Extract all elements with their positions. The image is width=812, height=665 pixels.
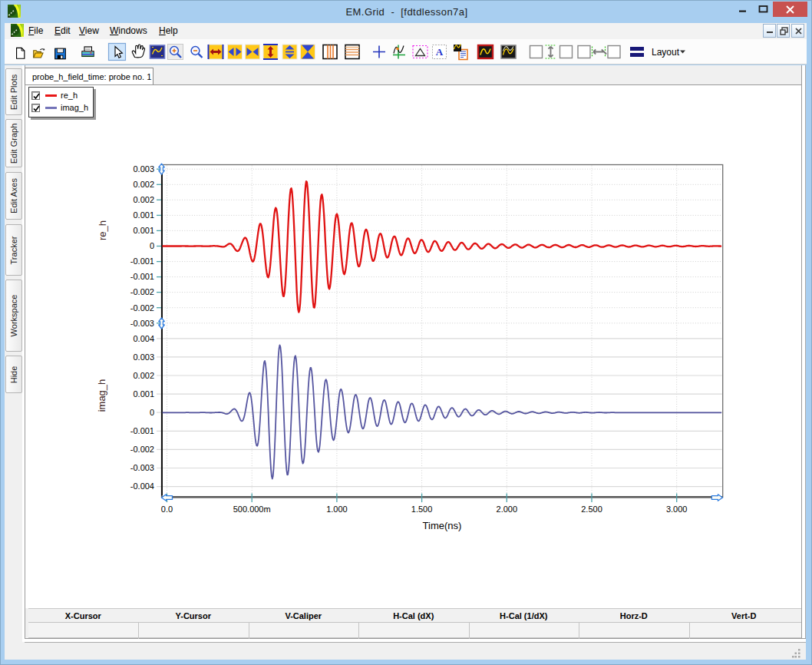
svg-text:0: 0 xyxy=(150,241,154,250)
svg-text:0.001: 0.001 xyxy=(133,210,154,220)
svg-text:-0.003: -0.003 xyxy=(130,463,154,472)
svg-text:0.003: 0.003 xyxy=(133,164,154,174)
svg-text:2.000: 2.000 xyxy=(497,505,518,514)
svg-text:-0.001: -0.001 xyxy=(130,272,154,281)
svg-text:0.001: 0.001 xyxy=(133,389,154,399)
svg-text:0.002: 0.002 xyxy=(133,371,154,380)
svg-text:-0.003: -0.003 xyxy=(130,319,154,328)
svg-text:500.000m: 500.000m xyxy=(233,505,271,514)
svg-text:2.500: 2.500 xyxy=(581,505,602,514)
svg-text:imag_h: imag_h xyxy=(96,379,107,412)
svg-text:3.000: 3.000 xyxy=(666,505,688,514)
svg-text:A: A xyxy=(436,46,444,58)
svg-text:-0.001: -0.001 xyxy=(130,256,154,266)
svg-text:-0.002: -0.002 xyxy=(130,445,154,454)
svg-text:0.004: 0.004 xyxy=(133,334,154,343)
svg-text:Time(ns): Time(ns) xyxy=(423,520,462,531)
svg-text:re_h: re_h xyxy=(97,220,108,240)
svg-text:-0.004: -0.004 xyxy=(130,481,154,491)
svg-text:0.001: 0.001 xyxy=(133,226,154,235)
svg-text:1.500: 1.500 xyxy=(411,505,433,514)
svg-text:0: 0 xyxy=(150,408,154,417)
svg-text:-0.001: -0.001 xyxy=(130,426,154,435)
svg-text:0.002: 0.002 xyxy=(133,180,154,189)
svg-text:0.0: 0.0 xyxy=(161,505,173,514)
svg-text:1.000: 1.000 xyxy=(326,505,348,514)
svg-text:-0.002: -0.002 xyxy=(130,287,154,296)
svg-text:-0.002: -0.002 xyxy=(130,303,154,313)
svg-text:0.003: 0.003 xyxy=(133,352,154,362)
svg-text:0.002: 0.002 xyxy=(133,195,154,204)
svg-text:Layout: Layout xyxy=(652,47,680,58)
